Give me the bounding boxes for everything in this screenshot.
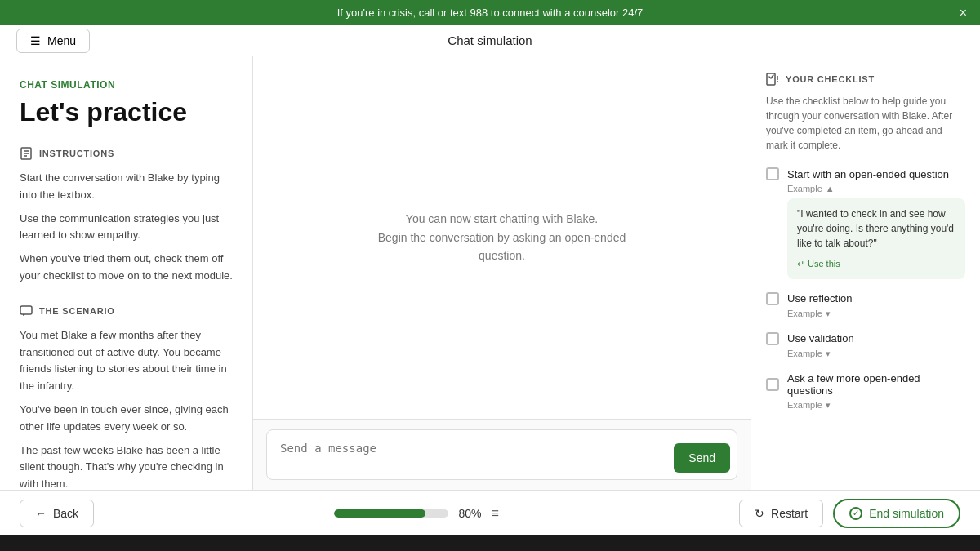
progress-bar-track bbox=[334, 509, 448, 518]
example-text-1: "I wanted to check in and see how you're… bbox=[797, 208, 954, 249]
middle-panel: You can now start chatting with Blake. B… bbox=[253, 56, 751, 490]
checklist-item-validation: Use validation Example ▾ bbox=[766, 332, 965, 359]
progress-bar-fill bbox=[334, 509, 425, 518]
checklist-label-2: Use reflection bbox=[787, 292, 852, 304]
menu-label: Menu bbox=[47, 34, 76, 47]
checkbox-more-open-ended[interactable] bbox=[766, 378, 779, 391]
send-button[interactable]: Send bbox=[674, 443, 730, 473]
restart-button[interactable]: ↻ Restart bbox=[739, 500, 823, 527]
message-input[interactable] bbox=[267, 430, 667, 479]
end-sim-label: End simulation bbox=[869, 507, 944, 520]
checklist-label-1: Start with an open-ended question bbox=[787, 168, 949, 180]
use-this-icon: ↵ bbox=[797, 257, 804, 271]
restart-icon: ↻ bbox=[755, 507, 764, 520]
instructions-heading: INSTRUCTIONS bbox=[20, 147, 233, 160]
checklist-header: YOUR CHECKLIST bbox=[766, 73, 965, 86]
scenario-heading: THE SCENARIO bbox=[20, 304, 233, 318]
checklist-item-header-3: Use validation bbox=[766, 332, 965, 345]
instruction-3: When you've tried them out, check them o… bbox=[20, 251, 233, 285]
chevron-down-icon-4: ▾ bbox=[826, 400, 831, 411]
progress-area: 80% ≡ bbox=[334, 506, 498, 521]
menu-icon: ☰ bbox=[30, 34, 41, 47]
chevron-up-icon: ▲ bbox=[826, 184, 835, 193]
scenario-text-3: The past few weeks Blake has been a litt… bbox=[20, 442, 233, 490]
checklist-label-4: Ask a few more open-ended questions bbox=[787, 372, 965, 397]
section-label: Chat simulation bbox=[20, 79, 233, 91]
chevron-down-icon-3: ▾ bbox=[826, 349, 831, 359]
progress-percentage: 80% bbox=[458, 507, 481, 520]
checklist-item-reflection: Use reflection Example ▾ bbox=[766, 292, 965, 319]
chat-prompt: You can now start chatting with Blake. B… bbox=[372, 210, 633, 264]
back-arrow-icon: ← bbox=[35, 507, 47, 520]
checklist-heading: YOUR CHECKLIST bbox=[786, 74, 875, 84]
menu-button[interactable]: ☰ Menu bbox=[16, 29, 90, 53]
back-button[interactable]: ← Back bbox=[20, 500, 94, 527]
message-input-wrapper: Send bbox=[266, 429, 737, 480]
checkbox-open-ended[interactable] bbox=[766, 167, 779, 180]
end-simulation-button[interactable]: ✓ End simulation bbox=[833, 499, 960, 528]
check-circle-icon: ✓ bbox=[849, 507, 862, 520]
checklist-item-header-1: Start with an open-ended question bbox=[766, 167, 965, 180]
nav-title: Chat simulation bbox=[448, 33, 532, 47]
footer: ← Back 80% ≡ ↻ Restart ✓ End simulation bbox=[0, 490, 980, 535]
scenario-text-1: You met Blake a few months after they tr… bbox=[20, 327, 233, 395]
instructions-icon bbox=[20, 147, 33, 160]
back-label: Back bbox=[53, 507, 78, 520]
footer-right: ↻ Restart ✓ End simulation bbox=[739, 499, 960, 528]
scenario-section: THE SCENARIO You met Blake a few months … bbox=[20, 304, 233, 490]
instruction-2: Use the communication strategies you jus… bbox=[20, 211, 233, 245]
checklist-item-header-4: Ask a few more open-ended questions bbox=[766, 372, 965, 397]
chat-area: You can now start chatting with Blake. B… bbox=[253, 56, 751, 419]
checklist-label-3: Use validation bbox=[787, 332, 854, 344]
progress-list-icon[interactable]: ≡ bbox=[491, 506, 498, 521]
scenario-icon bbox=[20, 304, 33, 318]
example-toggle-3[interactable]: Example ▾ bbox=[787, 349, 965, 359]
message-input-area: Send bbox=[253, 419, 751, 490]
instruction-1: Start the conversation with Blake by typ… bbox=[20, 170, 233, 204]
scenario-text-2: You've been in touch ever since, giving … bbox=[20, 402, 233, 436]
page-title: Let's practice bbox=[20, 97, 233, 127]
left-panel: Chat simulation Let's practice INSTRUCTI… bbox=[0, 56, 253, 490]
example-toggle-1[interactable]: Example ▲ bbox=[787, 184, 965, 193]
restart-label: Restart bbox=[771, 507, 808, 520]
checklist-description: Use the checklist below to help guide yo… bbox=[766, 94, 965, 153]
svg-rect-4 bbox=[20, 306, 32, 314]
example-toggle-2[interactable]: Example ▾ bbox=[787, 309, 965, 319]
checklist-item-open-ended: Start with an open-ended question Exampl… bbox=[766, 167, 965, 279]
crisis-banner-close[interactable]: × bbox=[960, 6, 967, 20]
checkbox-reflection[interactable] bbox=[766, 292, 779, 305]
chevron-down-icon-2: ▾ bbox=[826, 309, 831, 319]
checkbox-validation[interactable] bbox=[766, 332, 779, 345]
example-box-1: "I wanted to check in and see how you're… bbox=[787, 198, 965, 279]
checklist-item-more-open-ended: Ask a few more open-ended questions Exam… bbox=[766, 372, 965, 411]
crisis-banner-text: If you're in crisis, call or text 988 to… bbox=[337, 7, 644, 19]
top-nav: ☰ Menu Chat simulation bbox=[0, 25, 980, 56]
example-toggle-4[interactable]: Example ▾ bbox=[787, 400, 965, 411]
crisis-banner: If you're in crisis, call or text 988 to… bbox=[0, 0, 980, 25]
use-this-button-1[interactable]: ↵ Use this bbox=[797, 257, 956, 271]
main-container: Chat simulation Let's practice INSTRUCTI… bbox=[0, 56, 980, 490]
checklist-icon bbox=[766, 73, 779, 86]
right-panel: YOUR CHECKLIST Use the checklist below t… bbox=[751, 56, 980, 490]
checklist-item-header-2: Use reflection bbox=[766, 292, 965, 305]
